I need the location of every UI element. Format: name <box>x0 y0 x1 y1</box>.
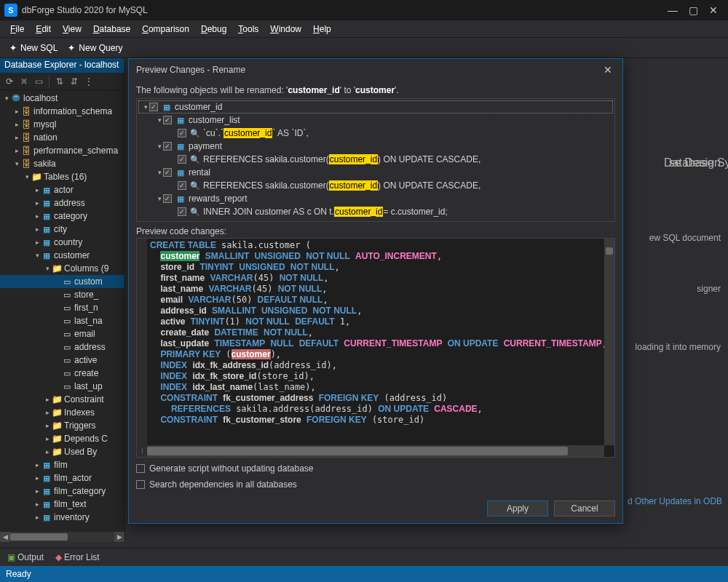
checkbox-icon[interactable]: ✓ <box>163 116 172 124</box>
affected-object-node[interactable]: ✓🔍`cu`.`customer_id` AS `ID`, <box>138 127 613 140</box>
tree-node[interactable]: ▭email <box>0 327 124 340</box>
affected-object-node[interactable]: ✓🔍INNER JOIN customer AS c ON t.customer… <box>138 205 613 218</box>
expand-icon[interactable]: ▸ <box>44 448 51 455</box>
pin-icon[interactable]: ⇵ <box>68 75 81 88</box>
expand-icon[interactable]: ▸ <box>13 134 20 141</box>
expand-icon[interactable]: ▸ <box>44 396 51 403</box>
tree-node[interactable]: ▸📁Indexes <box>0 406 124 419</box>
checkbox-icon[interactable]: ✓ <box>178 181 186 190</box>
expand-icon[interactable]: ▸ <box>13 147 20 154</box>
maximize-button[interactable]: ▢ <box>683 2 703 18</box>
tree-node[interactable]: ▭address <box>0 340 124 354</box>
cancel-button[interactable]: Cancel <box>554 501 615 517</box>
expand-icon[interactable]: ▾ <box>3 95 10 102</box>
expand-icon[interactable]: ▸ <box>13 121 20 128</box>
affected-object-node[interactable]: ▾✓▦customer_id <box>138 100 613 113</box>
tree-node[interactable]: ▸▦actor <box>0 183 124 196</box>
expand-icon[interactable]: ▸ <box>44 409 51 416</box>
new-sql-button[interactable]: ✦ New SQL <box>4 41 61 55</box>
tree-node[interactable]: ▾📁Tables (16) <box>0 170 124 183</box>
checkbox-icon[interactable]: ✓ <box>163 194 172 203</box>
menu-file[interactable]: File <box>4 22 30 36</box>
tree-node[interactable]: ▸📁Depends C <box>0 432 124 445</box>
checkbox-icon[interactable]: ✓ <box>163 168 172 177</box>
expand-icon[interactable]: ▾ <box>44 265 51 272</box>
expand-icon[interactable]: ▸ <box>33 487 41 495</box>
tree-node[interactable]: ▸📁Used By <box>0 445 124 458</box>
tree-node[interactable]: ▾🗄sakila <box>0 157 124 170</box>
tree-node[interactable]: ▾📁Columns (9 <box>0 262 124 275</box>
menu-view[interactable]: View <box>57 22 87 36</box>
checkbox-icon[interactable]: ✓ <box>178 155 186 164</box>
tree-node[interactable]: ▾▦customer <box>0 249 124 262</box>
search-deps-checkbox-row[interactable]: Search dependencies in all databases <box>136 479 615 490</box>
expand-icon[interactable]: ▾ <box>156 116 163 124</box>
collapse-icon[interactable]: ▭ <box>32 75 45 88</box>
tree-node[interactable]: ▭store_ <box>0 288 124 301</box>
filter-icon[interactable]: ⇅ <box>53 75 66 88</box>
expand-icon[interactable]: ▸ <box>33 461 41 469</box>
menu-tools[interactable]: Tools <box>232 22 264 36</box>
apply-button[interactable]: Apply <box>487 501 548 517</box>
menu-database[interactable]: Database <box>87 22 136 36</box>
expand-icon[interactable]: ▸ <box>33 501 41 508</box>
expand-icon[interactable]: ▾ <box>156 195 163 202</box>
expand-icon[interactable]: ▾ <box>156 169 163 176</box>
new-query-button[interactable]: ✦ New Query <box>63 41 126 55</box>
tree-node[interactable]: ▸▦country <box>0 236 124 249</box>
checkbox-icon[interactable] <box>136 480 145 489</box>
expand-icon[interactable]: ▸ <box>33 212 41 220</box>
tree-node[interactable]: ▸▦film_category <box>0 485 124 498</box>
tree-node[interactable]: ▸🗄mysql <box>0 118 124 131</box>
delete-icon[interactable]: ✖ <box>17 75 31 88</box>
expand-icon[interactable]: ▾ <box>33 252 41 259</box>
checkbox-icon[interactable]: ✓ <box>178 207 186 216</box>
expand-icon[interactable]: ▸ <box>33 226 41 233</box>
more-icon[interactable]: ⋮ <box>82 75 95 88</box>
tree-node[interactable]: ▸▦film <box>0 458 124 471</box>
tree-node[interactable]: ▸▦city <box>0 223 124 236</box>
checkbox-icon[interactable]: ✓ <box>163 142 172 151</box>
affected-object-node[interactable]: ▾✓▦rewards_report <box>138 192 613 205</box>
minimize-button[interactable]: — <box>662 2 683 18</box>
error-list-tab[interactable]: ◆ Error List <box>52 551 103 564</box>
tree-node[interactable]: ▭last_up <box>0 380 124 393</box>
expand-icon[interactable]: ▸ <box>13 108 20 115</box>
checkbox-icon[interactable] <box>136 464 145 473</box>
scroll-left-icon[interactable]: ◀ <box>0 532 10 542</box>
menu-debug[interactable]: Debug <box>195 22 232 36</box>
scrollbar-thumb[interactable] <box>606 247 613 255</box>
tree-node[interactable]: ▾⛃localhost <box>0 92 124 105</box>
checkbox-icon[interactable]: ✓ <box>149 103 158 111</box>
tree-node[interactable]: ▸📁Constraint <box>0 393 124 406</box>
scroll-right-icon[interactable]: ▶ <box>114 532 124 542</box>
expand-icon[interactable]: ▾ <box>156 143 163 150</box>
expand-icon[interactable]: ▸ <box>33 474 41 482</box>
expand-icon[interactable]: ▾ <box>13 160 20 167</box>
affected-object-node[interactable]: ▾✓▦payment <box>138 140 613 153</box>
checkbox-icon[interactable]: ✓ <box>178 129 186 137</box>
expand-icon[interactable]: ▸ <box>33 199 41 207</box>
expand-icon[interactable]: ▸ <box>33 186 41 194</box>
expand-icon[interactable]: ▸ <box>44 435 51 442</box>
affected-object-node[interactable]: ▾✓▦rental <box>138 166 613 179</box>
expand-icon[interactable]: ▸ <box>33 239 41 246</box>
tree-node[interactable]: ▸📁Triggers <box>0 419 124 432</box>
bg-link[interactable]: d Other Updates in ODB <box>628 496 728 506</box>
tree-node[interactable]: ▭first_n <box>0 301 124 314</box>
output-tab[interactable]: ▣ Output <box>4 551 47 564</box>
tree-node[interactable]: ▸▦address <box>0 196 124 210</box>
tree-node[interactable]: ▸🗄information_schema <box>0 105 124 118</box>
dialog-close-button[interactable]: ✕ <box>601 64 615 76</box>
tree-node[interactable]: ▸🗄performance_schema <box>0 144 124 157</box>
tree-node[interactable]: ▸🗄nation <box>0 131 124 144</box>
expand-icon[interactable]: ▾ <box>23 173 31 180</box>
tree-node[interactable]: ▸▦film_actor <box>0 471 124 485</box>
affected-object-node[interactable]: ✓🔍REFERENCES sakila.customer(customer_id… <box>138 179 613 192</box>
expand-icon[interactable]: ▾ <box>142 103 149 111</box>
explorer-h-scrollbar[interactable]: ◀ ▶ <box>0 532 124 542</box>
tree-node[interactable]: ▸▦inventory <box>0 511 124 524</box>
close-window-button[interactable]: ✕ <box>703 2 724 18</box>
tree-node[interactable]: ▭create <box>0 367 124 380</box>
expand-icon[interactable]: ▸ <box>44 422 51 429</box>
